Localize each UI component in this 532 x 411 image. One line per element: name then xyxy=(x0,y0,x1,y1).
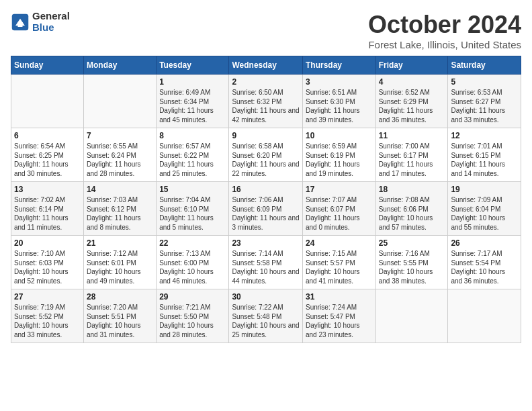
calendar-cell: 3Sunrise: 6:51 AM Sunset: 6:30 PM Daylig… xyxy=(302,75,375,128)
day-number: 1 xyxy=(159,77,226,87)
weekday-header: Sunday xyxy=(11,56,84,75)
logo-text: General Blue xyxy=(32,11,70,33)
day-info: Sunrise: 7:12 AM Sunset: 6:01 PM Dayligh… xyxy=(87,249,153,285)
day-info: Sunrise: 6:54 AM Sunset: 6:25 PM Dayligh… xyxy=(14,142,81,178)
calendar-cell: 4Sunrise: 6:52 AM Sunset: 6:29 PM Daylig… xyxy=(375,75,448,128)
day-info: Sunrise: 7:00 AM Sunset: 6:17 PM Dayligh… xyxy=(379,142,445,178)
calendar-cell xyxy=(375,289,448,343)
calendar-week-row: 27Sunrise: 7:19 AM Sunset: 5:52 PM Dayli… xyxy=(11,289,521,343)
calendar-cell: 19Sunrise: 7:09 AM Sunset: 6:04 PM Dayli… xyxy=(448,182,521,236)
day-info: Sunrise: 7:10 AM Sunset: 6:03 PM Dayligh… xyxy=(14,249,81,285)
day-info: Sunrise: 7:19 AM Sunset: 5:52 PM Dayligh… xyxy=(14,303,81,339)
day-info: Sunrise: 7:16 AM Sunset: 5:55 PM Dayligh… xyxy=(379,249,445,285)
svg-rect-2 xyxy=(18,22,23,27)
day-info: Sunrise: 6:49 AM Sunset: 6:34 PM Dayligh… xyxy=(159,88,226,124)
title-area: October 2024 Forest Lake, Illinois, Unit… xyxy=(368,11,521,50)
calendar-cell: 12Sunrise: 7:01 AM Sunset: 6:15 PM Dayli… xyxy=(448,128,521,182)
calendar-week-row: 13Sunrise: 7:02 AM Sunset: 6:14 PM Dayli… xyxy=(11,182,521,236)
day-number: 5 xyxy=(451,77,518,87)
day-number: 11 xyxy=(379,131,445,140)
day-number: 9 xyxy=(232,131,300,140)
weekday-header: Saturday xyxy=(448,56,521,75)
day-info: Sunrise: 7:03 AM Sunset: 6:12 PM Dayligh… xyxy=(87,195,153,232)
calendar-header: SundayMondayTuesdayWednesdayThursdayFrid… xyxy=(11,56,521,75)
day-info: Sunrise: 7:15 AM Sunset: 5:57 PM Dayligh… xyxy=(306,249,373,285)
logo-blue: Blue xyxy=(32,22,70,34)
day-number: 20 xyxy=(14,238,81,248)
day-info: Sunrise: 6:58 AM Sunset: 6:20 PM Dayligh… xyxy=(232,142,300,178)
day-number: 21 xyxy=(87,238,153,248)
calendar-cell: 16Sunrise: 7:06 AM Sunset: 6:09 PM Dayli… xyxy=(229,182,303,236)
calendar-cell: 8Sunrise: 6:57 AM Sunset: 6:22 PM Daylig… xyxy=(157,128,229,182)
day-info: Sunrise: 6:50 AM Sunset: 6:32 PM Dayligh… xyxy=(232,88,300,124)
calendar-cell: 30Sunrise: 7:22 AM Sunset: 5:48 PM Dayli… xyxy=(229,289,303,343)
day-info: Sunrise: 7:08 AM Sunset: 6:06 PM Dayligh… xyxy=(379,195,445,232)
calendar-cell: 20Sunrise: 7:10 AM Sunset: 6:03 PM Dayli… xyxy=(11,236,84,289)
calendar-cell: 6Sunrise: 6:54 AM Sunset: 6:25 PM Daylig… xyxy=(11,128,84,182)
calendar-cell: 24Sunrise: 7:15 AM Sunset: 5:57 PM Dayli… xyxy=(302,236,375,289)
calendar-cell xyxy=(448,289,521,343)
day-number: 12 xyxy=(451,131,518,140)
calendar-cell xyxy=(11,75,84,128)
calendar-cell: 1Sunrise: 6:49 AM Sunset: 6:34 PM Daylig… xyxy=(157,75,229,128)
day-info: Sunrise: 6:57 AM Sunset: 6:22 PM Dayligh… xyxy=(159,142,226,178)
calendar-cell: 31Sunrise: 7:24 AM Sunset: 5:47 PM Dayli… xyxy=(302,289,375,343)
day-info: Sunrise: 6:59 AM Sunset: 6:19 PM Dayligh… xyxy=(306,142,373,178)
day-info: Sunrise: 7:20 AM Sunset: 5:51 PM Dayligh… xyxy=(87,303,153,339)
calendar-cell: 14Sunrise: 7:03 AM Sunset: 6:12 PM Dayli… xyxy=(84,182,157,236)
calendar-cell: 18Sunrise: 7:08 AM Sunset: 6:06 PM Dayli… xyxy=(375,182,448,236)
calendar-cell: 26Sunrise: 7:17 AM Sunset: 5:54 PM Dayli… xyxy=(448,236,521,289)
day-number: 4 xyxy=(379,77,445,87)
calendar-cell: 28Sunrise: 7:20 AM Sunset: 5:51 PM Dayli… xyxy=(84,289,157,343)
calendar-cell: 5Sunrise: 6:53 AM Sunset: 6:27 PM Daylig… xyxy=(448,75,521,128)
calendar-cell: 11Sunrise: 7:00 AM Sunset: 6:17 PM Dayli… xyxy=(375,128,448,182)
day-number: 15 xyxy=(159,185,226,194)
calendar-cell: 10Sunrise: 6:59 AM Sunset: 6:19 PM Dayli… xyxy=(302,128,375,182)
day-number: 28 xyxy=(87,292,153,302)
calendar-cell: 25Sunrise: 7:16 AM Sunset: 5:55 PM Dayli… xyxy=(375,236,448,289)
calendar-cell: 9Sunrise: 6:58 AM Sunset: 6:20 PM Daylig… xyxy=(229,128,303,182)
day-info: Sunrise: 7:02 AM Sunset: 6:14 PM Dayligh… xyxy=(14,195,81,232)
day-info: Sunrise: 6:55 AM Sunset: 6:24 PM Dayligh… xyxy=(87,142,153,178)
day-number: 14 xyxy=(87,185,153,194)
logo-general: General xyxy=(32,11,70,22)
day-number: 24 xyxy=(306,238,373,248)
day-info: Sunrise: 6:53 AM Sunset: 6:27 PM Dayligh… xyxy=(451,88,518,124)
calendar-table: SundayMondayTuesdayWednesdayThursdayFrid… xyxy=(11,56,521,343)
day-number: 8 xyxy=(159,131,226,140)
logo-icon xyxy=(11,13,30,32)
day-number: 26 xyxy=(451,238,518,248)
day-number: 2 xyxy=(232,77,300,87)
calendar-cell: 2Sunrise: 6:50 AM Sunset: 6:32 PM Daylig… xyxy=(229,75,303,128)
day-number: 27 xyxy=(14,292,81,302)
day-number: 10 xyxy=(306,131,373,140)
day-number: 30 xyxy=(232,292,300,302)
header-row: SundayMondayTuesdayWednesdayThursdayFrid… xyxy=(11,56,521,75)
day-number: 13 xyxy=(14,185,81,194)
month-title: October 2024 xyxy=(368,11,521,39)
day-info: Sunrise: 7:24 AM Sunset: 5:47 PM Dayligh… xyxy=(306,303,373,339)
day-info: Sunrise: 6:51 AM Sunset: 6:30 PM Dayligh… xyxy=(306,88,373,124)
day-info: Sunrise: 7:21 AM Sunset: 5:50 PM Dayligh… xyxy=(159,303,226,339)
page-header: General Blue October 2024 Forest Lake, I… xyxy=(11,11,521,50)
calendar-cell xyxy=(84,75,157,128)
day-number: 19 xyxy=(451,185,518,194)
day-number: 22 xyxy=(159,238,226,248)
day-number: 18 xyxy=(379,185,445,194)
day-info: Sunrise: 7:04 AM Sunset: 6:10 PM Dayligh… xyxy=(159,195,226,232)
calendar-week-row: 6Sunrise: 6:54 AM Sunset: 6:25 PM Daylig… xyxy=(11,128,521,182)
day-info: Sunrise: 7:17 AM Sunset: 5:54 PM Dayligh… xyxy=(451,249,518,285)
calendar-cell: 29Sunrise: 7:21 AM Sunset: 5:50 PM Dayli… xyxy=(157,289,229,343)
day-number: 3 xyxy=(306,77,373,87)
day-info: Sunrise: 7:22 AM Sunset: 5:48 PM Dayligh… xyxy=(232,303,300,339)
day-info: Sunrise: 7:14 AM Sunset: 5:58 PM Dayligh… xyxy=(232,249,300,285)
location: Forest Lake, Illinois, United States xyxy=(368,39,521,50)
calendar-cell: 23Sunrise: 7:14 AM Sunset: 5:58 PM Dayli… xyxy=(229,236,303,289)
calendar-body: 1Sunrise: 6:49 AM Sunset: 6:34 PM Daylig… xyxy=(11,75,521,343)
day-number: 7 xyxy=(87,131,153,140)
weekday-header: Friday xyxy=(375,56,448,75)
calendar-cell: 21Sunrise: 7:12 AM Sunset: 6:01 PM Dayli… xyxy=(84,236,157,289)
day-number: 23 xyxy=(232,238,300,248)
calendar-cell: 17Sunrise: 7:07 AM Sunset: 6:07 PM Dayli… xyxy=(302,182,375,236)
day-number: 31 xyxy=(306,292,373,302)
